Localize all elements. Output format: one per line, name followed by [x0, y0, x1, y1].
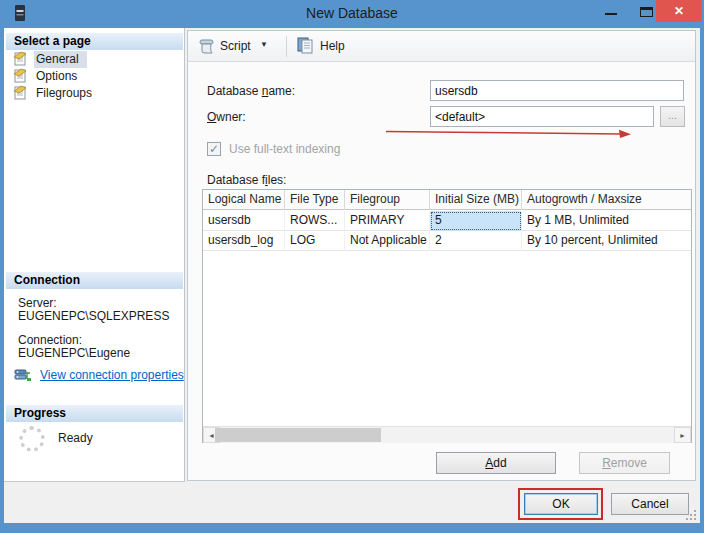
- page-icon: [13, 85, 28, 100]
- sidebar-item-label: General: [34, 51, 87, 68]
- connection-properties-icon: [14, 367, 32, 383]
- cell-autogrowth[interactable]: By 10 percent, Unlimited: [522, 231, 691, 251]
- chevron-down-icon[interactable]: ▼: [260, 40, 268, 49]
- page-icon: [13, 68, 28, 83]
- help-label: Help: [320, 39, 345, 53]
- cell-filegroup[interactable]: PRIMARY: [345, 211, 430, 231]
- cell-logical-name[interactable]: usersdb: [203, 211, 285, 231]
- footer: OK Cancel: [4, 483, 700, 523]
- cell-file-type[interactable]: ROWS...: [285, 211, 345, 231]
- database-name-input[interactable]: [430, 80, 684, 101]
- grid-header-row: Logical Name File Type Filegroup Initial…: [203, 190, 691, 210]
- cell-autogrowth[interactable]: By 1 MB, Unlimited: [522, 211, 691, 231]
- close-button[interactable]: ✕: [656, 0, 702, 22]
- progress-header: Progress: [6, 405, 183, 422]
- cancel-button[interactable]: Cancel: [611, 493, 689, 515]
- database-files-label: Database files:: [207, 173, 286, 187]
- new-database-dialog: New Database ✕ Select a page General: [0, 0, 704, 533]
- column-header-logical-name: Logical Name: [203, 190, 285, 210]
- fulltext-checkbox-label: Use full-text indexing: [229, 142, 340, 156]
- minimize-button[interactable]: [598, 0, 624, 22]
- script-label: Script: [220, 39, 251, 53]
- scroll-right-icon: ►: [679, 432, 686, 439]
- script-icon: [198, 37, 216, 55]
- server-value: EUGENEPC\SQLEXPRESS: [18, 309, 169, 323]
- title-bar[interactable]: New Database ✕: [0, 0, 704, 28]
- progress-status: Ready: [58, 431, 93, 445]
- column-header-file-type: File Type: [285, 190, 345, 210]
- server-label: Server:: [18, 296, 57, 310]
- toolbar: Script ▼ Help: [188, 31, 695, 62]
- help-button[interactable]: Help: [294, 34, 354, 58]
- owner-browse-button[interactable]: ...: [660, 106, 685, 127]
- minimize-icon: [605, 13, 617, 15]
- sidebar-item-label: Filegroups: [34, 85, 100, 102]
- progress-spinner-icon: [19, 426, 45, 452]
- add-button[interactable]: Add: [436, 452, 556, 474]
- connection-value: EUGENEPC\Eugene: [18, 346, 130, 360]
- cell-initial-size-selected[interactable]: 5: [430, 211, 522, 231]
- column-header-filegroup: Filegroup: [345, 190, 430, 210]
- help-icon: [296, 36, 314, 55]
- grid-row-usersdb: usersdb ROWS... PRIMARY 5 By 1 MB, Unlim…: [203, 211, 691, 231]
- sidebar-item-general[interactable]: General: [4, 51, 184, 68]
- select-a-page-header: Select a page: [6, 33, 183, 50]
- general-page-panel: Script ▼ Help Database name:: [187, 30, 696, 481]
- scroll-left-icon: ◄: [208, 432, 215, 439]
- page-icon: [13, 51, 28, 66]
- connection-header: Connection: [6, 272, 183, 289]
- ok-button[interactable]: OK: [524, 493, 598, 515]
- owner-label: Owner:: [207, 110, 246, 124]
- sidebar-item-label: Options: [34, 68, 85, 85]
- database-files-grid: Logical Name File Type Filegroup Initial…: [202, 189, 692, 443]
- toolbar-separator: [286, 36, 287, 57]
- column-header-autogrowth: Autogrowth / Maxsize: [522, 190, 691, 210]
- cell-logical-name[interactable]: usersdb_log: [203, 231, 285, 251]
- script-button[interactable]: Script ▼: [196, 34, 280, 58]
- grid-row-usersdb-log: usersdb_log LOG Not Applicable 2 By 10 p…: [203, 231, 691, 251]
- maximize-icon: [640, 7, 653, 17]
- sidebar-item-options[interactable]: Options: [4, 68, 184, 85]
- cell-file-type[interactable]: LOG: [285, 231, 345, 251]
- sidebar-item-filegroups[interactable]: Filegroups: [4, 85, 184, 102]
- column-header-initial-size: Initial Size (MB): [430, 190, 522, 210]
- scroll-right-button[interactable]: ►: [674, 427, 691, 443]
- horizontal-scrollbar[interactable]: ◄ ►: [203, 426, 691, 443]
- resize-grip[interactable]: [685, 509, 697, 521]
- connection-label: Connection:: [18, 333, 82, 347]
- scrollbar-thumb[interactable]: [215, 428, 381, 442]
- owner-input[interactable]: [430, 106, 654, 127]
- annotation-arrow: [383, 127, 635, 139]
- cell-initial-size[interactable]: 2: [430, 231, 522, 251]
- check-icon: ✓: [209, 142, 219, 156]
- database-name-label: Database name:: [207, 84, 295, 98]
- fulltext-checkbox[interactable]: ✓: [207, 142, 221, 156]
- cell-filegroup[interactable]: Not Applicable: [345, 231, 430, 251]
- dialog-body: Select a page General Options: [4, 28, 700, 523]
- close-icon: ✕: [674, 4, 684, 18]
- view-connection-properties-label: View connection properties: [40, 368, 184, 382]
- sidebar: Select a page General Options: [4, 28, 185, 482]
- remove-button[interactable]: Remove: [579, 452, 670, 474]
